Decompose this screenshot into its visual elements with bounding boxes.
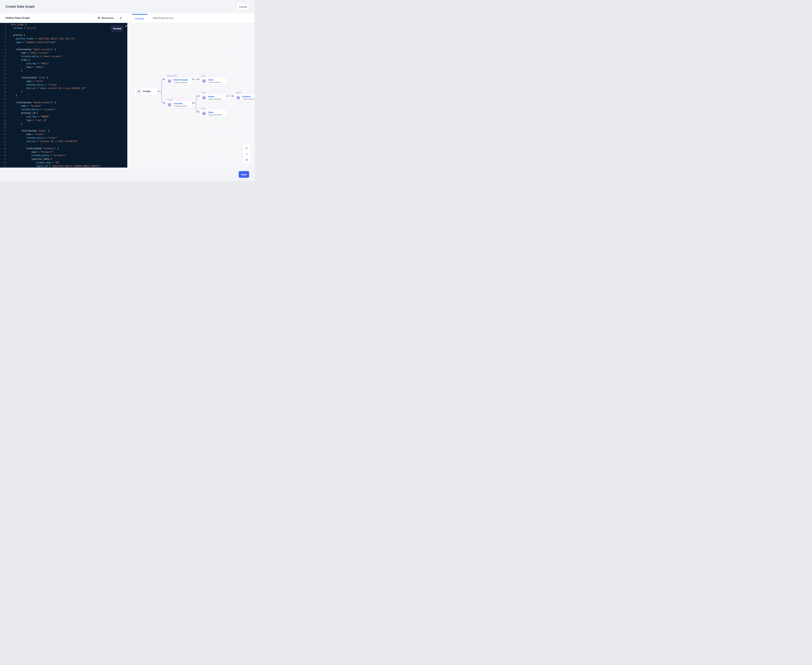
line-number: 18 [0,83,6,87]
line-number: 41 [0,164,6,167]
line-number: 39 [0,157,6,161]
editor-line: 13 name = "EMAIL" [0,66,125,69]
entity-node-header: Product [234,91,255,94]
line-number: 20 [0,90,6,94]
tab-warehouse-access[interactable]: Warehouse access [151,13,175,23]
zoom-out-button[interactable] [245,152,249,156]
editor-line: 31 relationship "order" { [0,129,125,133]
entity-node-subtitle: 1 data consumer [242,98,255,100]
collapse-panel-button[interactable] [118,15,123,21]
entity-node-subtitle: 1 data consumer [208,81,221,84]
cancel-button[interactable]: Cancel [237,3,249,10]
entity-node-subtitle: 1 data consumers [208,114,221,116]
editor-scrollbar-track [125,23,127,167]
editor-line: 32 name = "Order" [0,133,125,136]
editor-line: 41 table_ref = "ENTITIES.ENTITY_COMMON.O… [0,164,125,167]
line-number: 16 [0,76,6,80]
editor-line: 40 primary_key = "ID" [0,161,125,164]
editor-line: 23 relationship "owned-accounts" { [0,101,125,105]
profile-node-label: Profile [143,90,151,93]
line-number: 40 [0,161,6,164]
entity-node-email-account[interactable]: Email AccountEmail Accounts1 data consum… [165,74,192,84]
entity-node-title: Cards [208,79,221,81]
top-bar: Create Data Graph Cancel [0,0,255,13]
code-editor[interactable]: 1data_graph {2 version = "v1.0.0"34 prof… [0,23,127,167]
book-icon [97,16,100,20]
editor-line: 33 related_entity = "order" [0,136,125,140]
line-number: 37 [0,150,6,154]
code-lines: 1data_graph {2 version = "v1.0.0"34 prof… [0,23,125,167]
line-number: 27 [0,115,6,118]
format-button[interactable]: Format [111,26,123,31]
entity-node-account[interactable]: AccountAccounts2 data consumers [165,98,192,108]
preview-tab-bar: Preview Warehouse access [128,13,255,23]
line-number: 1 [0,23,6,26]
entity-node-card-bottom[interactable]: CardCards1 data consumers [200,106,227,117]
profile-node[interactable]: Profile [134,88,158,95]
editor-line: 7 [0,44,125,48]
footer-bar: Save [0,167,255,181]
tab-preview[interactable]: Preview [132,14,147,23]
entity-node-subtitle: 1 data consumers [174,81,188,84]
person-icon [136,89,141,94]
entity-node-product[interactable]: ProductProducts1 data consumer [234,91,255,101]
line-number: 29 [0,122,6,126]
editor-line: 34 join_on = "account.ID = order.ACCOUNT… [0,139,125,143]
entity-node-header: Account [166,98,192,101]
editor-line: 19 join_on = "email-account.ID = card.AC… [0,87,125,90]
line-number: 28 [0,118,6,122]
entity-node-header: Card [200,107,227,110]
line-number: 7 [0,44,6,48]
entity-node-title: Accounts [174,102,187,105]
entity-node-header: Order [200,91,227,94]
line-number: 11 [0,58,6,62]
line-number: 10 [0,55,6,58]
editor-line: 28 type = "user_id" [0,118,125,122]
editor-line: 30 [0,126,125,129]
line-number: 26 [0,111,6,115]
line-number: 30 [0,126,6,129]
graph-edge [193,103,199,112]
editor-line: 10 related_entity = "email-account" [0,55,125,58]
editor-line: 2 version = "v1.0.0" [0,26,125,30]
entity-node-title: Orders [208,95,221,98]
graph-edge [159,79,165,92]
entity-node-title: Products [242,95,255,98]
fit-view-button[interactable] [245,158,249,162]
editor-scrollbar-thumb[interactable] [125,26,127,27]
double-chevron-left-icon [119,16,122,20]
line-number: 6 [0,41,6,44]
editor-line: 27 join_key = "OWNER" [0,115,125,118]
table-icon [167,79,172,84]
create-data-graph-page: Create Data Graph Cancel Define Data Gra… [0,0,255,181]
line-number: 5 [0,37,6,41]
editor-line: 26 external_id { [0,111,125,115]
zoom-in-button[interactable] [245,146,249,150]
graph-canvas[interactable]: ProfileEmail AccountEmail Accounts1 data… [128,23,255,167]
editor-line: 6 type = "segment:unmaterialized" [0,41,125,44]
editor-line: 4 profile { [0,33,125,37]
editor-line: 18 related_entity = "cards" [0,83,125,87]
entity-node-card-top[interactable]: CardCards1 data consumer [200,74,227,84]
line-number: 14 [0,69,6,72]
line-number: 15 [0,72,6,76]
table-icon [202,79,207,84]
editor-line: 36 relationship "products" { [0,147,125,150]
line-number: 31 [0,129,6,133]
entity-node-order[interactable]: OrderOrders1 data consumers [200,91,227,101]
zoom-controls [243,144,251,164]
editor-line: 14 } [0,69,125,72]
resources-button[interactable]: Resources [96,15,116,21]
editor-line: 35 [0,143,125,147]
save-button[interactable]: Save [239,171,249,178]
resources-button-label: Resources [102,17,114,19]
editor-line: 8 relationship "email-accounts" { [0,48,125,51]
line-number: 36 [0,147,6,150]
editor-line: 1data_graph { [0,23,125,26]
editor-line: 22 [0,97,125,101]
line-number: 2 [0,26,6,30]
entity-node-title: Cards [208,111,221,113]
line-number: 21 [0,94,6,97]
editor-line: 39 junction_table { [0,157,125,161]
line-number: 32 [0,133,6,136]
